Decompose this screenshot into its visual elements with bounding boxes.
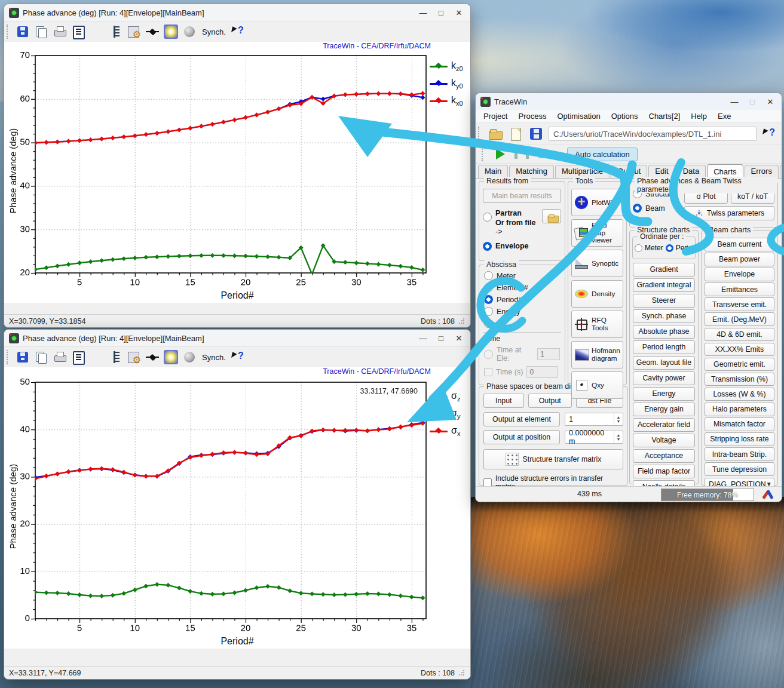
structure-chart-synch-phase[interactable]: Synch. phase xyxy=(633,309,695,323)
save-icon[interactable] xyxy=(16,350,30,364)
maximize-button[interactable]: □ xyxy=(432,5,450,20)
print-icon[interactable] xyxy=(53,350,67,364)
abscissa-option-meter[interactable]: Meter xyxy=(484,271,560,280)
input-button[interactable]: Input xyxy=(483,394,524,408)
titlebar[interactable]: Phase advance (deg) [Run: 4][Envelope][M… xyxy=(4,4,470,21)
twiss-parameters-button[interactable]: Twiss parameters xyxy=(684,206,774,220)
structure-chart-accelerator-field[interactable]: Accelerator field xyxy=(633,418,695,432)
radio-ordinate-period[interactable] xyxy=(666,244,673,252)
ruler-icon[interactable] xyxy=(108,350,122,364)
beam-chart-transmission[interactable]: Transmission (%) xyxy=(705,373,774,386)
structure-chart-acceptance[interactable]: Acceptance xyxy=(633,449,695,463)
abscissa-option-energy[interactable]: Energy xyxy=(484,307,560,316)
report-icon[interactable] xyxy=(71,350,85,364)
structure-chart-voltage[interactable]: Voltage xyxy=(633,434,695,447)
beam-chart-transverse-emit[interactable]: Transverse emit. xyxy=(705,297,774,311)
beam-axis-icon[interactable] xyxy=(145,350,160,364)
menu-charts-2[interactable]: Charts[2] xyxy=(644,111,686,121)
radio-element[interactable] xyxy=(484,283,493,292)
output-button[interactable]: Output xyxy=(528,394,572,408)
resize-grip[interactable] xyxy=(458,318,464,324)
tool-hofmann-diagram[interactable]: Hofmann diagram xyxy=(571,341,623,368)
structure-chart-energy-gain[interactable]: Energy gain xyxy=(633,403,695,416)
minimize-button[interactable]: — xyxy=(725,94,743,109)
structure-chart-field-map-factor[interactable]: Field map factor xyxy=(633,465,695,478)
beam-chart-intra-beam-strip[interactable]: Intra-beam Strip. xyxy=(705,447,774,461)
beam-chart-mismatch-factor[interactable]: Mismatch factor xyxy=(705,417,774,431)
beam-chart-emittances[interactable]: Emittances xyxy=(705,282,774,296)
toolbar-grip[interactable] xyxy=(482,147,485,161)
tool-rfq-tools[interactable]: RFQ Tools xyxy=(571,311,623,338)
copy-icon[interactable] xyxy=(34,24,48,39)
tab-errors[interactable]: Errors xyxy=(745,165,779,178)
run-icon[interactable] xyxy=(496,149,505,159)
radio-period[interactable] xyxy=(484,295,493,304)
radio-meter[interactable] xyxy=(484,271,493,280)
structure-chart-energy[interactable]: Energy xyxy=(633,387,695,401)
resize-grip[interactable] xyxy=(458,670,464,676)
beam-chart-4d-6d-emit[interactable]: 4D & 6D emit. xyxy=(705,328,774,342)
output-at-position-spinner[interactable]: 0.0000000 m ▲▼ xyxy=(565,431,623,444)
toolbar-grip[interactable] xyxy=(478,127,482,141)
structure-chart-steerer[interactable]: Steerer xyxy=(633,294,695,308)
phase-advance-plot[interactable] xyxy=(8,377,430,635)
beam-chart-envelope[interactable]: Envelope xyxy=(705,268,774,281)
report-icon[interactable] xyxy=(71,24,85,39)
titlebar[interactable]: TraceWin — □ ✕ xyxy=(476,93,782,110)
menu-help[interactable]: Help xyxy=(685,111,712,121)
radio-beam[interactable] xyxy=(633,204,642,213)
titlebar[interactable]: Phase advance (deg) [Run: 4][Envelope][M… xyxy=(4,330,470,346)
include-errors-checkbox[interactable] xyxy=(483,478,492,487)
beam-chart-tune-depression[interactable]: Tune depression xyxy=(705,462,774,476)
maximize-button[interactable]: □ xyxy=(743,94,761,109)
percent-icon[interactable] xyxy=(90,24,104,39)
context-help-icon[interactable] xyxy=(230,350,244,364)
tab-data[interactable]: Data xyxy=(676,165,706,178)
beam-chart-halo-parameters[interactable]: Halo parameters xyxy=(705,403,774,416)
tool-density[interactable]: Density xyxy=(571,280,623,308)
tool-qxy[interactable]: Qxy xyxy=(571,371,623,399)
radio-energy[interactable] xyxy=(484,307,493,316)
menu-options[interactable]: Options xyxy=(606,111,644,121)
structure-chart-cavity-power[interactable]: Cavity power xyxy=(633,371,695,385)
menu-process[interactable]: Process xyxy=(513,111,552,121)
ruler-icon[interactable] xyxy=(108,24,122,39)
phase-advance-plot[interactable] xyxy=(8,52,430,290)
glow-marker-icon[interactable] xyxy=(164,24,178,39)
menu-exe[interactable]: Exe xyxy=(712,111,736,121)
tab-main[interactable]: Main xyxy=(478,165,508,178)
tab-matching[interactable]: Matching xyxy=(509,165,554,178)
save-project-icon[interactable] xyxy=(528,126,544,142)
browse-file-button[interactable] xyxy=(542,209,561,223)
beam-chart-beam-current[interactable]: Beam current xyxy=(705,238,774,251)
open-project-icon[interactable] xyxy=(488,126,503,142)
toolbar-grip[interactable] xyxy=(7,24,10,39)
radio-envelope[interactable] xyxy=(483,242,492,251)
structure-transfer-matrix-button[interactable]: Structure transfer matrix xyxy=(483,449,623,469)
tool-field-map-viewer[interactable]: Field map viewer xyxy=(571,219,623,247)
spinner-arrows-icon[interactable]: ▲▼ xyxy=(614,413,623,425)
tool-synoptic[interactable]: Synoptic xyxy=(571,250,623,277)
tab-multiparticle[interactable]: Multiparticle xyxy=(555,165,610,178)
beam-chart-xx-xx-emits[interactable]: XX.XX% Emits xyxy=(705,343,774,357)
glow-marker-icon[interactable] xyxy=(164,350,178,364)
tools-status-icon[interactable] xyxy=(762,489,774,500)
structure-chart-period-length[interactable]: Period length xyxy=(633,340,695,354)
radio-[interactable] xyxy=(484,319,493,328)
output-at-element-button[interactable]: Output at element xyxy=(483,412,560,426)
beam-axis-icon[interactable] xyxy=(145,24,160,39)
percent-icon[interactable] xyxy=(90,350,104,364)
toolbar-grip[interactable] xyxy=(7,350,10,364)
minimize-button[interactable]: — xyxy=(414,5,432,20)
settings-icon[interactable] xyxy=(127,24,141,39)
menu-project[interactable]: Project xyxy=(478,111,513,121)
maximize-button[interactable]: □ xyxy=(432,331,450,345)
context-help-icon[interactable] xyxy=(761,127,776,141)
sphere-icon[interactable] xyxy=(182,350,197,364)
abscissa-option-[interactable]: β xyxy=(484,319,560,328)
radio-ordinate-meter[interactable] xyxy=(635,244,642,252)
tab-va[interactable]: VA xyxy=(780,165,782,178)
abscissa-option-element[interactable]: Element# xyxy=(484,283,560,292)
menu-optimisation[interactable]: Optimisation xyxy=(552,111,605,121)
print-icon[interactable] xyxy=(53,24,67,39)
